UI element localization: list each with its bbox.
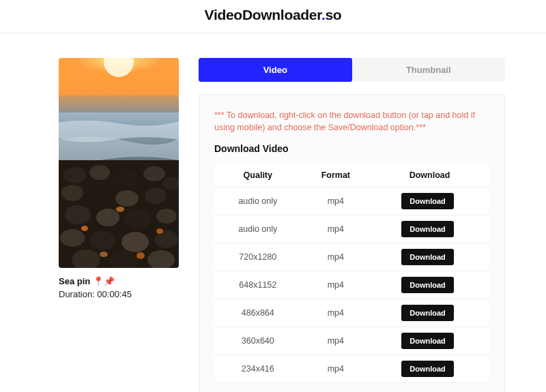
svg-point-10 [61,185,83,201]
cell-download: Download [370,327,489,355]
table-row: audio onlymp4Download [214,215,489,243]
thumbnail-image [59,58,179,268]
tab-video[interactable]: Video [199,58,352,82]
download-button[interactable]: Download [401,333,454,349]
svg-point-15 [96,209,119,226]
cell-quality: 360x640 [214,327,302,355]
svg-point-17 [156,209,177,224]
download-button[interactable]: Download [401,305,454,321]
download-button[interactable]: Download [401,193,454,209]
col-format: Format [302,164,371,187]
table-row: 234x416mp4Download [214,355,489,383]
svg-point-25 [81,226,88,231]
svg-point-7 [113,169,139,187]
svg-point-5 [63,167,87,183]
download-notice: *** To download, right-click on the down… [214,110,489,134]
svg-point-29 [136,252,145,259]
video-info-column: Sea pin 📍📌 Duration: 00:00:45 [59,58,178,392]
cell-download: Download [370,271,489,299]
svg-point-18 [60,229,85,247]
tab-thumbnail[interactable]: Thumbnail [352,58,506,82]
table-row: audio onlymp4Download [214,187,489,215]
table-row: 360x640mp4Download [214,327,489,355]
col-quality: Quality [214,164,302,187]
svg-point-11 [86,187,111,205]
logo-main: VideoDownloader [205,7,321,22]
table-row: 486x864mp4Download [214,299,489,327]
svg-point-27 [156,228,163,234]
cell-format: mp4 [302,215,371,243]
svg-point-13 [145,187,167,204]
cell-format: mp4 [302,187,371,215]
cell-download: Download [370,187,489,215]
svg-point-12 [115,190,139,207]
section-title: Download Video [214,143,489,154]
cell-quality: audio only [214,187,302,215]
download-panel-column: Video Thumbnail *** To download, right-c… [199,58,505,392]
table-row: 720x1280mp4Download [214,243,489,271]
download-button[interactable]: Download [401,221,454,237]
cell-quality: 234x416 [214,355,302,383]
logo[interactable]: VideoDownloader.so [0,7,546,23]
download-button[interactable]: Download [401,361,454,377]
video-thumbnail[interactable] [59,58,179,268]
download-button[interactable]: Download [401,249,454,265]
cell-format: mp4 [302,299,371,327]
col-download: Download [370,164,489,187]
cell-download: Download [370,243,489,271]
svg-point-20 [121,232,149,252]
cell-format: mp4 [302,327,371,355]
video-duration: Duration: 00:00:45 [59,289,178,299]
video-title: Sea pin 📍📌 [59,276,178,286]
download-table: Quality Format Download audio onlymp4Dow… [214,164,489,383]
tabs: Video Thumbnail [199,58,505,82]
cell-quality: 486x864 [214,299,302,327]
table-row: 648x1152mp4Download [214,271,489,299]
header: VideoDownloader.so [0,0,546,33]
cell-format: mp4 [302,243,371,271]
cell-quality: 648x1152 [214,271,302,299]
cell-download: Download [370,299,489,327]
cell-download: Download [370,355,489,383]
svg-point-16 [124,209,152,228]
download-panel: *** To download, right-click on the down… [199,94,505,392]
cell-format: mp4 [302,355,371,383]
svg-point-26 [116,207,124,212]
svg-point-28 [100,252,108,257]
cell-download: Download [370,215,489,243]
cell-format: mp4 [302,271,371,299]
download-button[interactable]: Download [401,277,454,293]
svg-point-14 [65,205,91,224]
svg-point-6 [89,165,110,180]
cell-quality: audio only [214,215,302,243]
logo-suffix: so [325,7,341,22]
svg-point-19 [89,231,115,250]
svg-point-8 [143,166,165,181]
cell-quality: 720x1280 [214,243,302,271]
